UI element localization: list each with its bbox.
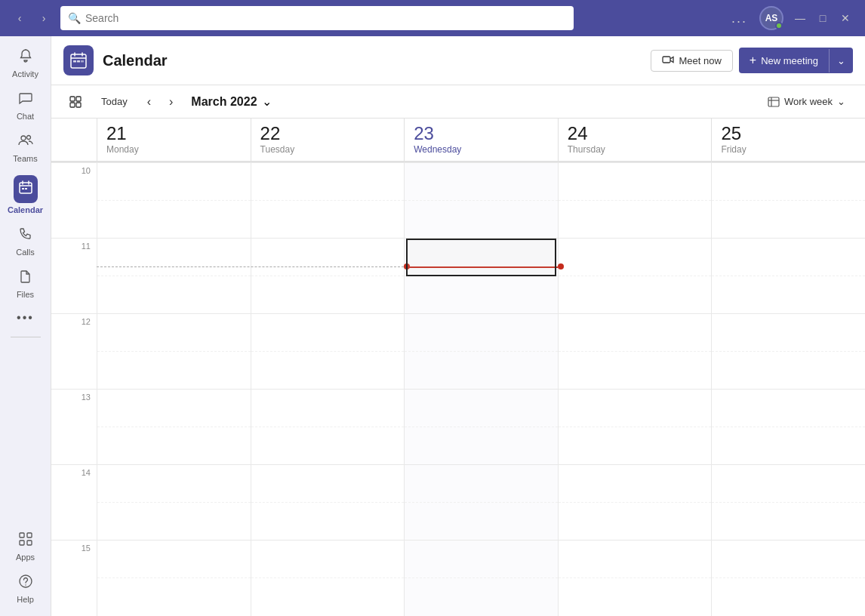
sidebar-item-help[interactable]: Help [0,568,51,610]
time-14: 14 [51,464,97,540]
chat-icon [18,91,33,109]
cell-thu-15[interactable] [559,540,712,615]
sidebar-item-files[interactable]: Files [0,263,51,305]
col-monday[interactable] [97,162,251,616]
day-header-22[interactable]: 22 Tuesday [251,119,405,161]
svg-rect-18 [70,103,75,107]
time-15: 15 [51,540,97,615]
month-selector[interactable]: March 2022 ⌄ [185,91,277,112]
sidebar-item-teams[interactable]: Teams [0,127,51,169]
today-button[interactable]: Today [94,93,135,110]
cell-thu-12[interactable] [559,313,712,389]
sidebar-item-chat[interactable]: Chat [0,85,51,127]
day-header-24[interactable]: 24 Thursday [558,119,712,161]
back-button[interactable]: ‹ [9,8,30,29]
grid-body [97,162,865,616]
day-num-23: 23 [414,125,558,143]
col-wednesday[interactable] [404,162,558,616]
view-selector-button[interactable]: Work week ⌄ [760,93,853,111]
col-friday[interactable] [711,162,865,616]
svg-rect-12 [73,60,76,63]
svg-rect-14 [81,60,84,63]
more-options-button[interactable]: ... [725,8,753,29]
day-name-wednesday: Wednesday [414,144,558,155]
cell-mon-15[interactable] [97,540,251,615]
sidebar-label-help: Help [17,595,34,604]
sidebar-label-activity: Activity [12,69,38,79]
content-area: Calendar Meet now + New meeting [51,36,865,616]
sidebar-item-more[interactable]: ••• [0,305,51,331]
sidebar-label-apps: Apps [16,553,35,562]
forward-button[interactable]: › [33,8,54,29]
minimize-button[interactable]: — [790,8,811,29]
col-tuesday[interactable] [251,162,405,616]
calendar-toolbar: Today ‹ › March 2022 ⌄ Work week ⌄ [51,85,865,119]
cell-fri-13[interactable] [712,389,865,464]
cell-fri-12[interactable] [712,313,865,389]
sidebar-item-activity[interactable]: Activity [0,42,51,85]
cell-thu-11[interactable] [559,238,712,313]
cell-thu-13[interactable] [559,389,712,464]
cell-wed-15[interactable] [405,540,558,615]
day-header-23[interactable]: 23 Wednesday [404,119,558,161]
more-icon: ••• [17,311,34,325]
cell-thu-14[interactable] [559,464,712,540]
cell-mon-14[interactable] [97,464,251,540]
day-header-25[interactable]: 25 Friday [711,119,865,161]
cell-thu-10[interactable] [559,162,712,238]
cell-mon-10[interactable] [97,162,251,238]
svg-point-10 [25,584,26,585]
cell-mon-13[interactable] [97,389,251,464]
view-label: Work week [784,96,833,107]
cell-mon-12[interactable] [97,313,251,389]
sidebar-item-calendar[interactable]: Calendar [0,169,51,220]
search-input[interactable] [85,12,566,24]
new-meeting-main[interactable]: + New meeting [739,48,829,73]
day-header-21[interactable]: 21 Monday [97,119,251,161]
avatar[interactable]: AS [759,6,783,30]
cell-wed-13[interactable] [405,389,558,464]
svg-rect-20 [768,97,779,106]
cell-tue-14[interactable] [251,464,405,540]
sidebar-label-chat: Chat [17,112,34,121]
cell-fri-14[interactable] [712,464,865,540]
cell-tue-15[interactable] [251,540,405,615]
expand-view-button[interactable] [63,93,88,111]
help-icon [18,574,33,593]
search-icon: 🔍 [68,12,81,24]
next-week-button[interactable]: › [163,92,179,112]
cell-tue-12[interactable] [251,313,405,389]
day-num-22: 22 [260,125,405,143]
new-meeting-dropdown[interactable]: ⌄ [829,49,853,72]
svg-rect-17 [76,97,81,101]
prev-week-button[interactable]: ‹ [141,92,157,112]
sidebar-item-calls[interactable]: Calls [0,220,51,263]
titlebar: ‹ › 🔍 ... AS — □ ✕ [0,0,865,36]
day-num-21: 21 [106,125,251,143]
cell-wed-11[interactable] [405,238,558,313]
maximize-button[interactable]: □ [812,8,833,29]
close-button[interactable]: ✕ [835,8,856,29]
cell-wed-12[interactable] [405,313,558,389]
svg-rect-4 [25,188,27,189]
cell-fri-15[interactable] [712,540,865,615]
cell-tue-11[interactable] [251,238,405,313]
cell-wed-10[interactable] [405,162,558,238]
cell-fri-10[interactable] [712,162,865,238]
activity-icon [18,48,33,67]
sidebar-label-calendar: Calendar [8,205,43,214]
col-thursday[interactable] [558,162,712,616]
sidebar-item-apps[interactable]: Apps [0,525,51,568]
cell-tue-10[interactable] [251,162,405,238]
presence-status [775,22,783,29]
cell-fri-11[interactable] [712,238,865,313]
new-meeting-button[interactable]: + New meeting ⌄ [739,48,853,73]
meet-now-button[interactable]: Meet now [651,50,732,72]
cell-mon-11[interactable] [97,238,251,313]
selected-time-slot[interactable] [406,239,556,276]
plus-icon: + [750,54,756,67]
cell-wed-14[interactable] [405,464,558,540]
svg-rect-8 [27,541,32,545]
cell-tue-13[interactable] [251,389,405,464]
sidebar-divider [11,337,41,337]
